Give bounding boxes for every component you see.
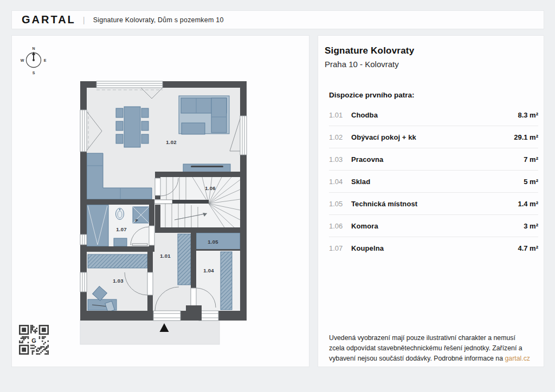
compass-west: W <box>21 58 24 62</box>
table-row: 1.05Technická místnost1.4 m² <box>329 193 538 215</box>
room-area: 1.4 m² <box>518 200 538 208</box>
floorplan-drawing: N S W E <box>12 36 309 367</box>
details-panel: Signature Kolovraty Praha 10 - Kolovraty… <box>318 36 544 367</box>
room-area: 7 m² <box>524 155 538 164</box>
wardrobe <box>88 254 147 268</box>
terrace <box>80 319 220 344</box>
sink <box>116 208 124 220</box>
gartal-link[interactable]: gartal.cz <box>505 355 530 362</box>
room-table: 1.01Chodba8.3 m²1.02Obývací pokoj + kk29… <box>329 104 538 259</box>
header-bar: GARTAL | Signature Kolovraty, Dům s poze… <box>12 11 544 29</box>
washing-machine: P <box>133 207 149 223</box>
room-area: 4.7 m² <box>518 244 538 252</box>
room-label-101: 1.01 <box>160 253 171 259</box>
compass-north: N <box>32 47 35 50</box>
table-row: 1.06Komora3 m² <box>329 215 538 237</box>
table-row: 1.02Obývací pokoj + kk29.1 m² <box>329 126 538 148</box>
shower <box>87 205 108 246</box>
room-label-105: 1.05 <box>208 239 218 245</box>
room-name: Technická místnost <box>351 200 518 208</box>
room-label-103: 1.03 <box>113 278 124 284</box>
room-name: Komora <box>351 222 524 230</box>
room-area: 5 m² <box>524 178 538 186</box>
room-label-104: 1.04 <box>203 267 214 273</box>
room-area: 8.3 m² <box>518 111 538 119</box>
storage-shelving <box>221 252 232 310</box>
disclaimer-text: Uvedená vyobrazení mají pouze ilustrativ… <box>329 333 531 363</box>
room-area: 29.1 m² <box>514 133 538 141</box>
room-label-102: 1.02 <box>166 139 177 145</box>
room-label-107: 1.07 <box>116 226 127 232</box>
compass-icon: N S W E <box>21 47 47 75</box>
room-name: Chodba <box>351 111 518 119</box>
room-name: Pracovna <box>351 155 524 164</box>
table-row: 1.03Pracovna7 m² <box>329 148 538 171</box>
room-number: 1.03 <box>329 155 351 164</box>
compass-south: S <box>33 71 35 75</box>
header-divider: | <box>83 15 85 24</box>
page-subtitle: Praha 10 - Kolovraty <box>325 60 399 69</box>
room-label-106: 1.06 <box>205 185 216 191</box>
hall-closet <box>178 234 191 285</box>
room-number: 1.05 <box>329 200 351 208</box>
floorplan-panel: N S W E <box>12 36 309 367</box>
compass-east: E <box>44 58 47 62</box>
qr-center-letter: G <box>31 337 36 344</box>
entry-pier <box>186 305 202 321</box>
table-row: 1.07Koupelna4.7 m² <box>329 237 538 259</box>
page-title: Signature Kolovraty <box>325 45 414 56</box>
room-number: 1.02 <box>329 133 351 141</box>
room-number: 1.04 <box>329 178 351 186</box>
dining-table <box>116 107 149 147</box>
table-row: 1.04Sklad5 m² <box>329 171 538 193</box>
room-number: 1.06 <box>329 222 351 230</box>
room-name: Koupelna <box>351 244 518 252</box>
room-number: 1.01 <box>329 111 351 119</box>
breadcrumb: Signature Kolovraty, Dům s pozemkem 10 <box>93 16 224 24</box>
bath-vanity <box>114 238 127 246</box>
washer-label: P <box>135 219 138 223</box>
room-name: Sklad <box>351 178 524 186</box>
room-number: 1.07 <box>329 244 351 252</box>
qr-code: G <box>19 325 49 355</box>
gartal-logo: GARTAL <box>22 14 76 26</box>
coffee-table <box>182 123 205 134</box>
table-row: 1.01Chodba8.3 m² <box>329 104 538 126</box>
disclaimer-body: Uvedená vyobrazení mají pouze ilustrativ… <box>329 334 524 362</box>
room-area: 3 m² <box>524 222 538 230</box>
section-heading: Dispozice prvního patra: <box>329 91 415 99</box>
room-name: Obývací pokoj + kk <box>351 133 514 141</box>
